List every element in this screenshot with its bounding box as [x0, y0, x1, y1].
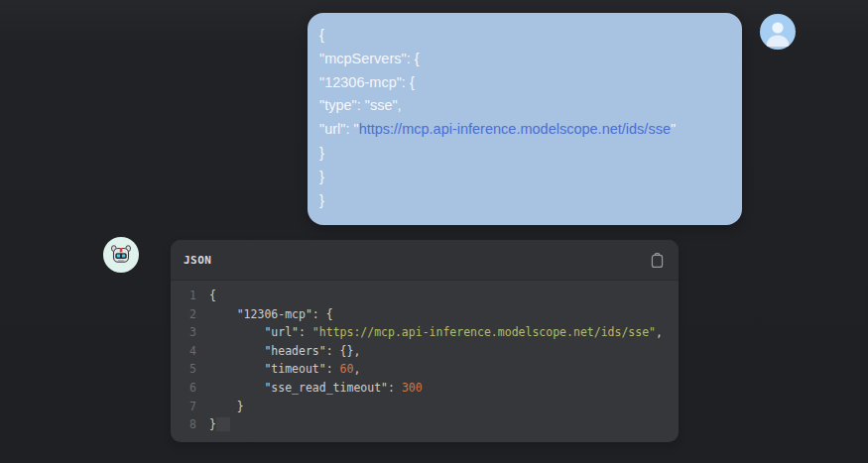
user-message-text: {"mcpServers": {"12306-mcp": {"type": "s… [319, 24, 730, 212]
text-segment: "url": [209, 325, 312, 339]
user-json-line: } [319, 189, 730, 213]
user-message-bubble: {"mcpServers": {"12306-mcp": {"type": "s… [308, 13, 742, 225]
code-line: 7 } [181, 398, 669, 416]
text-segment: , [656, 325, 663, 339]
code-line: 6 "sse_read_timeout": 300 [181, 379, 669, 398]
text-segment: "headers": {}, [209, 344, 360, 358]
code-line: 8} [181, 415, 669, 434]
chat-canvas: {"mcpServers": {"12306-mcp": {"type": "s… [0, 0, 868, 463]
line-number: 2 [181, 305, 196, 324]
user-json-line: "mcpServers": { [319, 48, 730, 71]
text-segment: , [353, 362, 360, 376]
line-number: 4 [181, 342, 196, 361]
code-line: 4 "headers": {}, [181, 342, 669, 361]
text-segment: "type": "sse", [319, 97, 402, 113]
clipboard-icon [650, 252, 665, 269]
code-block-header: JSON [171, 240, 679, 281]
code-text: "timeout": 60, [209, 360, 360, 379]
text-segment: } [319, 145, 324, 161]
robot-icon [103, 237, 139, 273]
user-json-line: "type": "sse", [319, 94, 730, 118]
copy-button[interactable] [648, 250, 666, 270]
user-json-line: "url": "https://mcp.api-inference.models… [319, 118, 730, 142]
text-segment [216, 417, 230, 431]
code-line: 1{ [181, 287, 669, 305]
user-avatar [760, 14, 796, 50]
text-segment: "12306-mcp": { [209, 307, 333, 321]
code-text: { [209, 287, 216, 305]
person-icon [760, 14, 796, 50]
code-text: "sse_read_timeout": 300 [209, 379, 423, 398]
line-number: 8 [181, 415, 196, 434]
code-text: "headers": {}, [209, 342, 360, 361]
language-label: JSON [184, 254, 212, 267]
text-segment: "sse_read_timeout": [209, 381, 402, 395]
line-number: 7 [181, 398, 196, 416]
line-number: 1 [181, 287, 196, 305]
text-segment: 60 [340, 362, 354, 376]
code-text: } [209, 398, 244, 416]
text-segment: { [319, 27, 324, 43]
text-segment: "url": " [319, 121, 359, 137]
text-segment: "12306-mcp": { [319, 74, 415, 90]
text-segment: 300 [402, 381, 423, 395]
text-segment: { [209, 289, 216, 302]
user-json-line: { [319, 24, 730, 48]
code-block: JSON 1{2 "12306-mcp": {3 "url": "https:/… [171, 240, 679, 442]
text-segment: } [209, 400, 244, 413]
code-text: "url": "https://mcp.api-inference.models… [209, 323, 663, 342]
line-number: 6 [181, 379, 196, 398]
line-number: 5 [181, 360, 196, 379]
user-json-line: } [319, 142, 730, 166]
code-text: "12306-mcp": { [209, 305, 333, 324]
code-text: } [209, 415, 230, 434]
text-segment: " [671, 121, 676, 137]
user-json-line: } [319, 166, 730, 189]
text-segment: } [209, 417, 216, 431]
code-line: 5 "timeout": 60, [181, 360, 669, 379]
code-line: 3 "url": "https://mcp.api-inference.mode… [181, 323, 669, 342]
user-json-line: "12306-mcp": { [319, 71, 730, 95]
line-number: 3 [181, 323, 196, 342]
code-line: 2 "12306-mcp": { [181, 305, 669, 324]
assistant-avatar [103, 237, 139, 273]
text-segment: } [319, 169, 324, 184]
text-segment: "https://mcp.api-inference.modelscope.ne… [312, 325, 656, 339]
url-link[interactable]: https://mcp.api-inference.modelscope.net… [359, 121, 671, 137]
code-lines: 1{2 "12306-mcp": {3 "url": "https://mcp.… [171, 281, 679, 434]
text-segment: "timeout": [209, 362, 340, 376]
text-segment: "mcpServers": { [319, 51, 420, 66]
text-segment: } [319, 192, 324, 208]
